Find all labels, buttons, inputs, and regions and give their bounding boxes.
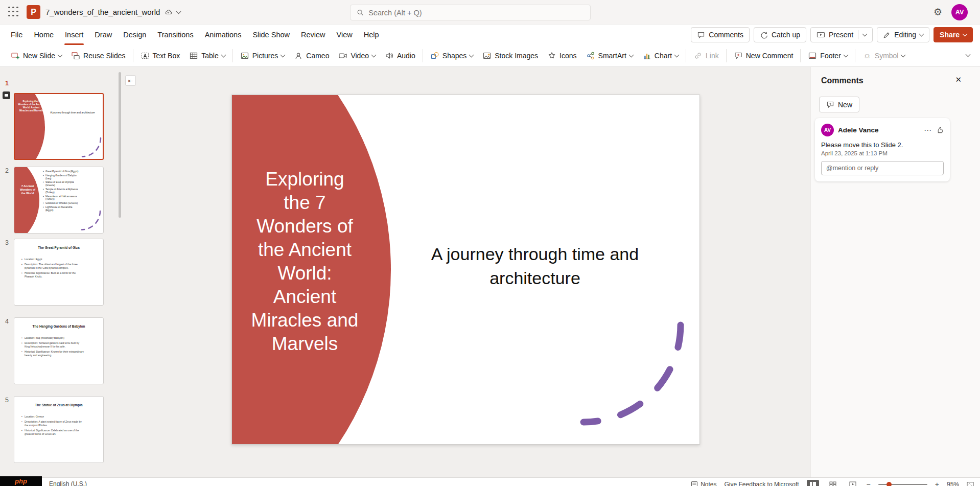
slideshow-view-button[interactable] — [847, 480, 859, 486]
ribbon-insert-tab: New Slide Reuse Slides Text Box Table — [0, 45, 980, 67]
slide-subtitle-textbox[interactable]: A journey through time and architecture — [407, 242, 663, 290]
link-icon — [693, 51, 703, 60]
slide-sorter-view-button[interactable] — [827, 480, 839, 486]
ribbon-new-slide-button[interactable]: New Slide — [6, 48, 66, 64]
search-bar[interactable] — [350, 5, 591, 20]
new-comment-icon — [734, 51, 743, 60]
table-icon — [189, 51, 198, 60]
ribbon-collapse-chevron-icon[interactable] — [966, 52, 971, 57]
grid-view-icon — [829, 481, 836, 486]
ribbon-reuse-slides-button[interactable]: Reuse Slides — [66, 48, 130, 64]
slide-thumbnail-3[interactable]: The Great Pyramid of Giza Location: Egyp… — [14, 239, 104, 306]
slide-canvas[interactable]: Exploring the 7 Wonders of the Ancient W… — [231, 95, 700, 445]
app-launcher-button[interactable] — [8, 7, 19, 18]
normal-view-icon — [809, 481, 816, 486]
chevron-down-icon — [221, 53, 226, 58]
icons-icon — [547, 51, 556, 60]
powerpoint-logo-icon: P — [27, 5, 40, 19]
top-app-bar: P 7_wonders_of_the_ancient_world ⚙ AV — [0, 0, 980, 25]
menu-tab-help[interactable]: Help — [358, 25, 385, 45]
zoom-in-button[interactable]: + — [935, 480, 939, 486]
taskbar-php-badge[interactable]: php — [0, 476, 42, 486]
saved-status-cloud-icon — [164, 9, 173, 15]
slide-number-4: 4 — [5, 318, 9, 325]
menu-tab-review[interactable]: Review — [295, 25, 331, 45]
slide-number-5: 5 — [5, 397, 9, 404]
menu-tab-view[interactable]: View — [331, 25, 358, 45]
search-input[interactable] — [368, 9, 584, 17]
ribbon-text-box-button[interactable]: Text Box — [136, 48, 185, 64]
zoom-slider[interactable] — [878, 484, 927, 485]
new-comment-button[interactable]: New — [819, 97, 859, 112]
menu-tab-draw[interactable]: Draw — [89, 25, 118, 45]
comment-like-icon[interactable] — [936, 126, 944, 134]
ribbon-shapes-button[interactable]: Shapes — [426, 48, 478, 64]
menu-tab-slide-show[interactable]: Slide Show — [247, 25, 295, 45]
ribbon-audio-button[interactable]: Audio — [380, 48, 420, 64]
audio-icon — [385, 51, 394, 60]
ribbon-smartart-button[interactable]: SmartArt — [581, 48, 638, 64]
slide-thumbnail-1[interactable]: Exploring the 7 Wonders of the Ancient W… — [14, 93, 104, 160]
title-chevron-down-icon[interactable] — [176, 9, 181, 14]
menu-tab-animations[interactable]: Animations — [199, 25, 247, 45]
slide-number-3: 3 — [5, 239, 9, 246]
zoom-out-button[interactable]: − — [867, 480, 871, 486]
slideshow-icon — [849, 481, 856, 486]
ribbon-chart-button[interactable]: Chart — [638, 48, 683, 64]
search-icon — [357, 9, 364, 16]
settings-gear-icon[interactable]: ⚙ — [934, 6, 942, 17]
text-box-icon — [141, 51, 150, 60]
slide-1-comment-badge[interactable] — [3, 91, 10, 99]
menu-tab-transitions[interactable]: Transitions — [152, 25, 199, 45]
new-slide-icon — [11, 51, 20, 60]
menu-tab-design[interactable]: Design — [118, 25, 152, 45]
slide-thumbnail-2[interactable]: 7 Ancient Wonders of the World Great Pyr… — [14, 167, 104, 234]
ribbon-link-button[interactable]: Link — [689, 48, 724, 64]
zoom-slider-handle[interactable] — [886, 482, 892, 486]
ribbon-video-button[interactable]: Video — [334, 48, 380, 64]
zoom-percentage[interactable]: 95% — [947, 481, 959, 486]
normal-view-button[interactable] — [807, 480, 819, 486]
svg-text:Ω: Ω — [865, 52, 870, 60]
pencil-icon — [883, 31, 891, 39]
comment-timestamp: April 23, 2025 at 1:13 PM — [821, 150, 944, 156]
slide-thumbnail-4[interactable]: The Hanging Gardens of Babylon Location:… — [14, 317, 104, 384]
feedback-button[interactable]: Give Feedback to Microsoft — [725, 481, 799, 486]
ribbon-new-comment-button[interactable]: New Comment — [729, 48, 798, 64]
editing-mode-button[interactable]: Editing — [877, 27, 929, 42]
comment-reply-input[interactable] — [821, 161, 944, 175]
slide-thumbnail-5[interactable]: The Statue of Zeus at Olympia Location: … — [14, 396, 104, 463]
thumbnail-panel-scrollbar[interactable] — [119, 72, 121, 218]
document-title[interactable]: 7_wonders_of_the_ancient_world — [45, 8, 160, 16]
menu-tab-home[interactable]: Home — [28, 25, 59, 45]
ribbon-stock-images-button[interactable]: Stock Images — [478, 48, 543, 64]
present-button[interactable]: Present — [810, 27, 873, 42]
catch-up-button[interactable]: Catch up — [754, 27, 806, 42]
share-chevron-icon — [963, 32, 968, 37]
ribbon-table-button[interactable]: Table — [184, 48, 229, 64]
notes-button[interactable]: Notes — [691, 481, 716, 486]
stock-images-icon — [482, 51, 492, 60]
smartart-icon — [586, 51, 595, 60]
present-chevron-icon[interactable] — [862, 32, 868, 37]
ribbon-symbol-button[interactable]: Ω Symbol — [858, 48, 910, 64]
menu-tab-insert[interactable]: Insert — [59, 25, 89, 45]
ribbon-pictures-button[interactable]: Pictures — [236, 48, 290, 64]
ribbon-cameo-button[interactable]: Cameo — [289, 48, 334, 64]
language-button[interactable]: English (U.S.) — [49, 480, 87, 486]
chevron-down-icon — [371, 53, 377, 58]
footer-icon — [808, 51, 817, 60]
comments-toggle-button[interactable]: Comments — [691, 27, 750, 42]
close-comments-icon[interactable]: ✕ — [955, 75, 962, 84]
account-avatar[interactable]: AV — [951, 4, 968, 20]
share-button[interactable]: Share — [934, 27, 973, 42]
ribbon-footer-button[interactable]: Footer — [803, 48, 852, 64]
slide-title-textbox[interactable]: Exploring the 7 Wonders of the Ancient W… — [250, 168, 360, 356]
collapse-thumbnail-panel-button[interactable]: ⇤ — [125, 75, 136, 86]
ribbon-icons-button[interactable]: Icons — [543, 48, 581, 64]
present-icon — [816, 31, 825, 39]
fit-to-window-icon[interactable] — [967, 481, 974, 486]
comment-more-options-icon[interactable]: ⋯ — [924, 126, 932, 135]
menu-tab-file[interactable]: File — [5, 25, 28, 45]
comment-text: Please move this to Slide 2. — [821, 141, 944, 149]
